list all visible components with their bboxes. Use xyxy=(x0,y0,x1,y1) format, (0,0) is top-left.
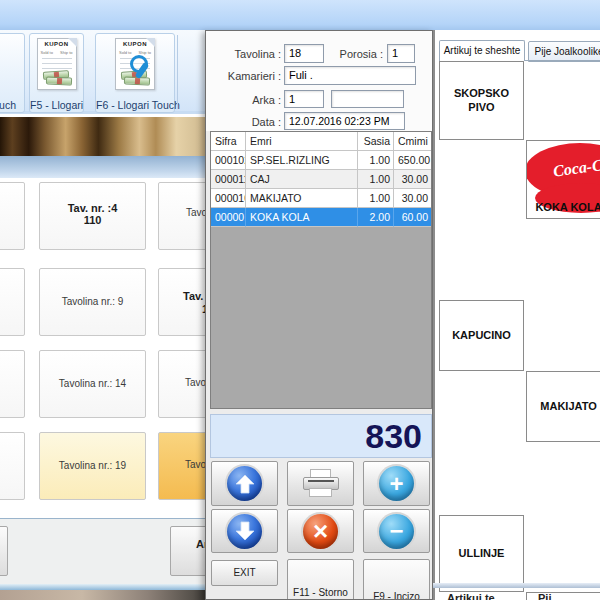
ribbon-button-touch-label[interactable]: Touch xyxy=(0,99,16,111)
cell-sifra[interactable]: 000010 xyxy=(211,189,246,208)
up-arrow-icon xyxy=(227,466,262,501)
table-button-partial[interactable] xyxy=(0,350,25,418)
cell-emri[interactable]: SP.SEL.RIZLING xyxy=(246,151,358,170)
koka-kola-label: KOKA KOLA xyxy=(527,201,600,215)
plus-icon: + xyxy=(379,466,414,501)
cell-cmimi[interactable]: 60.00 xyxy=(394,208,431,227)
kamarieri-field[interactable]: Fuli . xyxy=(284,66,416,85)
kupon-document-icon: KUPON Sold to Ship to xyxy=(37,38,77,90)
column-header-cmimi[interactable]: Cmimi xyxy=(394,132,431,151)
ribbon-button-f5-label: F5 - Llogari xyxy=(30,99,83,111)
cell-sifra[interactable]: 000011 xyxy=(211,170,246,189)
add-item-button[interactable]: + xyxy=(363,461,430,506)
footer-fragment-pije: Pij xyxy=(538,592,551,600)
arka-label: Arka : xyxy=(214,94,281,106)
order-panel: Tavolina : 18 Porosia : 1 Kamarieri : Fu… xyxy=(205,30,433,600)
porosia-label: Porosia : xyxy=(333,48,383,60)
cell-cmimi[interactable]: 30.00 xyxy=(394,170,431,189)
table-button-partial[interactable] xyxy=(0,268,25,336)
tavolina-label: Tavolina : xyxy=(214,48,281,60)
product-makijato[interactable]: MAKIJATO xyxy=(526,371,600,442)
product-ullinje[interactable]: ULLINJE xyxy=(439,515,524,592)
remove-item-button[interactable]: − xyxy=(363,509,430,553)
table-button-14[interactable]: Tavolina nr.: 14 xyxy=(39,350,146,418)
cell-sasia[interactable]: 1.00 xyxy=(358,189,394,208)
column-header-emri[interactable]: Emri xyxy=(246,132,358,151)
product-panel: Artikuj te sheshte Pije Joalkoolike SKOP… xyxy=(433,30,600,600)
data-label: Data : xyxy=(214,116,281,128)
table-button-19-label: Tavolina nr.: 19 xyxy=(40,460,145,471)
cell-sasia[interactable]: 1.00 xyxy=(358,151,394,170)
cell-sasia[interactable]: 2.00 xyxy=(358,208,394,227)
order-total: 830 xyxy=(210,414,432,458)
print-button[interactable] xyxy=(287,461,354,506)
table-button-19[interactable]: Tavolina nr.: 19 xyxy=(39,432,146,500)
tab-pije-joalkoolike[interactable]: Pije Joalkoolike xyxy=(528,41,600,62)
pos-app-window: Touch KUPON Sold to Ship to F5 - Llogari… xyxy=(0,0,600,600)
money-stack-icon xyxy=(45,76,71,85)
order-row[interactable]: 000011 CAJ 1.00 30.00 xyxy=(211,170,431,189)
table-button-4[interactable]: Tav. nr. :4 110 xyxy=(39,182,146,250)
table-button-partial[interactable] xyxy=(0,182,25,250)
f9-incizo-button[interactable]: F9 - Incizo xyxy=(363,559,430,600)
touch-hand-icon xyxy=(130,55,154,79)
product-skopsko-pivo[interactable]: SKOPSKO PIVO xyxy=(439,61,524,140)
product-label: KAPUCINO xyxy=(452,329,511,343)
cell-emri[interactable]: KOKA KOLA xyxy=(246,208,358,227)
cancel-x-icon: × xyxy=(303,514,338,549)
move-down-button[interactable] xyxy=(211,509,278,553)
kupon-title: KUPON xyxy=(116,41,154,47)
cell-sifra[interactable]: 000001 xyxy=(211,208,246,227)
cell-emri[interactable]: MAKIJATO xyxy=(246,189,358,208)
product-kapucino[interactable]: KAPUCINO xyxy=(439,300,524,371)
bottom-bar-button-partial[interactable] xyxy=(0,526,8,576)
window-top-band xyxy=(0,0,600,30)
ribbon-button-f5-llogari[interactable]: KUPON Sold to Ship to F5 - Llogari xyxy=(29,33,84,113)
footer-fragment-artikuj: Artikuj te xyxy=(447,592,495,600)
tavolina-field[interactable]: 18 xyxy=(284,44,324,63)
cell-sasia[interactable]: 1.00 xyxy=(358,170,394,189)
ribbon-button-f6-llogari-touch[interactable]: KUPON Sold to Ship to F6 - Llogari Touch xyxy=(95,33,175,113)
product-label: SKOPSKO PIVO xyxy=(440,87,523,115)
table-button-partial[interactable] xyxy=(0,432,25,500)
cell-emri[interactable]: CAJ xyxy=(246,170,358,189)
f11-storno-button[interactable]: F11 - Storno Incizo xyxy=(287,559,354,600)
arka-field-2[interactable] xyxy=(331,90,404,108)
minus-icon: − xyxy=(379,514,414,549)
blue-gradient-band xyxy=(0,156,205,178)
product-koka-kola[interactable]: Coca-Cola KOKA KOLA xyxy=(526,140,600,219)
order-row-selected[interactable]: 000001 KOKA KOLA 2.00 60.00 xyxy=(211,208,431,227)
product-label: ULLINJE xyxy=(459,547,505,561)
cell-cmimi[interactable]: 650.00 xyxy=(394,151,431,170)
f11-button-label: F11 - Storno xyxy=(288,587,353,598)
cell-cmimi[interactable]: 30.00 xyxy=(394,189,431,208)
wood-texture-band xyxy=(0,117,205,156)
arka-field[interactable]: 1 xyxy=(284,90,324,108)
kupon-title: KUPON xyxy=(38,41,76,47)
cancel-button[interactable]: × xyxy=(287,509,354,553)
table-button-10-label-line1: Tav. xyxy=(183,290,203,302)
ribbon-button-f6-label: F6 - Llogari Touch xyxy=(96,99,174,111)
porosia-field[interactable]: 1 xyxy=(387,44,415,63)
f9-button-label: F9 - Incizo xyxy=(364,591,429,600)
printer-icon xyxy=(302,469,340,499)
cell-sifra[interactable]: 000102 xyxy=(211,151,246,170)
move-up-button[interactable] xyxy=(211,461,278,506)
table-button-9-label: Tavolina nr.: 9 xyxy=(40,296,145,307)
exit-button[interactable]: EXIT xyxy=(211,560,278,586)
tab-artikuj-te-sheshte[interactable]: Artikuj te sheshte xyxy=(439,40,525,61)
desktop-strip xyxy=(0,590,205,600)
table-button-9[interactable]: Tavolina nr.: 9 xyxy=(39,268,146,336)
column-header-sasia[interactable]: Sasia xyxy=(358,132,394,151)
order-row[interactable]: 000102 SP.SEL.RIZLING 1.00 650.00 xyxy=(211,151,431,170)
table-button-4-line2: 110 xyxy=(40,214,145,226)
exit-button-label: EXIT xyxy=(212,567,277,578)
down-arrow-icon xyxy=(227,514,262,549)
order-items-table: Sifra Emri Sasia Cmimi 000102 SP.SEL.RIZ… xyxy=(210,131,432,409)
data-field[interactable]: 12.07.2016 02:23 PM xyxy=(284,112,405,130)
kupon-document-icon: KUPON Sold to Ship to xyxy=(115,38,155,90)
order-row[interactable]: 000010 MAKIJATO 1.00 30.00 xyxy=(211,189,431,208)
column-header-sifra[interactable]: Sifra xyxy=(211,132,246,151)
table-header-row: Sifra Emri Sasia Cmimi xyxy=(211,132,431,151)
kupon-shipto: Ship to xyxy=(60,50,72,55)
